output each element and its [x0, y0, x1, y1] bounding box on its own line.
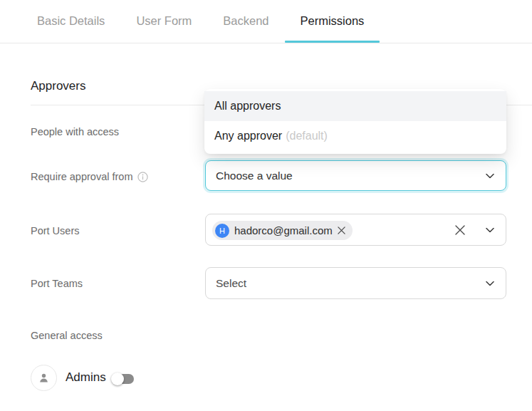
general-access-label: General access [31, 330, 103, 341]
chevron-down-icon[interactable] [486, 227, 494, 232]
tab-permissions[interactable]: Permissions [285, 0, 380, 43]
port-teams-label: Port Teams [31, 278, 83, 289]
port-users-select[interactable]: H hadorco@gmail.com [205, 214, 506, 246]
person-icon [37, 371, 51, 385]
menu-option-label: All approvers [214, 100, 281, 112]
people-with-access-label: People with access [31, 126, 119, 137]
require-approval-select-value: Choose a value [206, 170, 293, 182]
admins-toggle[interactable] [113, 374, 134, 384]
chip-remove-icon[interactable] [338, 227, 345, 234]
chevron-down-icon[interactable] [486, 173, 494, 178]
port-teams-select-placeholder: Select [206, 277, 246, 290]
info-icon[interactable] [137, 172, 148, 182]
admins-avatar [31, 365, 57, 391]
user-chip: H hadorco@gmail.com [212, 221, 353, 240]
chevron-down-icon[interactable] [486, 281, 494, 286]
menu-option-all-approvers[interactable]: All approvers [204, 91, 506, 121]
approvers-heading: Approvers [31, 79, 85, 93]
admins-label: Admins [66, 370, 106, 385]
tab-bar: Basic Details User Form Backend Permissi… [0, 0, 532, 43]
require-approval-label: Require approval from [31, 171, 148, 182]
approval-dropdown-menu: All approvers Any approver(default) [204, 89, 506, 154]
tab-backend[interactable]: Backend [207, 0, 284, 43]
permissions-page: Basic Details User Form Backend Permissi… [0, 0, 532, 411]
tab-user-form[interactable]: User Form [120, 0, 207, 43]
tab-basic-details[interactable]: Basic Details [21, 0, 120, 43]
port-teams-select[interactable]: Select [205, 267, 506, 299]
menu-option-any-approver[interactable]: Any approver(default) [204, 121, 506, 151]
require-approval-label-text: Require approval from [31, 171, 132, 182]
clear-selection-icon[interactable] [455, 225, 465, 235]
user-avatar: H [215, 224, 229, 238]
port-users-label: Port Users [31, 225, 80, 236]
toggle-knob[interactable] [111, 373, 124, 385]
menu-option-default-suffix: (default) [286, 130, 328, 142]
menu-option-label: Any approver [214, 130, 282, 142]
user-chip-email: hadorco@gmail.com [234, 224, 333, 236]
require-approval-select[interactable]: Choose a value [205, 160, 506, 191]
